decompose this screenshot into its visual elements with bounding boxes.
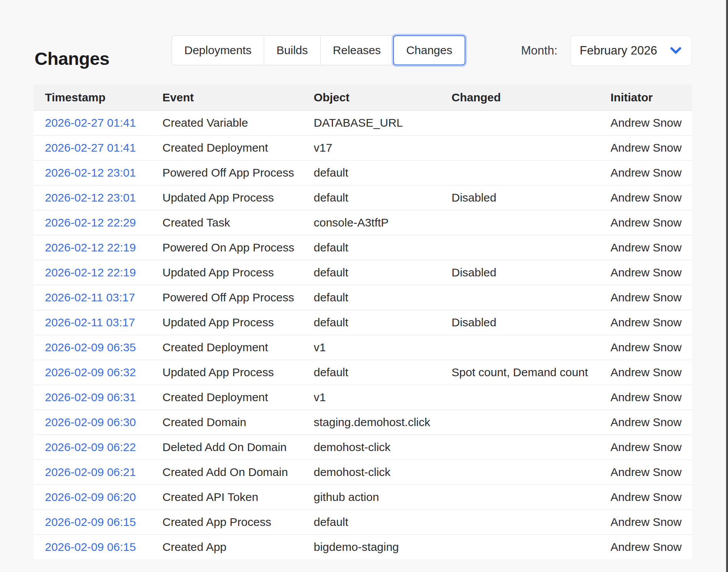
changed-cell [452,485,611,510]
object-cell: default [314,285,452,310]
col-header-initiator: Initiator [611,84,692,111]
changed-cell [452,285,611,310]
table-row: 2026-02-09 06:21 Created Add On Domain d… [33,460,692,485]
timestamp-link[interactable]: 2026-02-12 23:01 [45,191,136,204]
object-cell: console-A3tftP [314,210,452,235]
initiator-cell: Andrew Snow [611,111,692,136]
table-header-row: Timestamp Event Object Changed Initiator [33,84,692,111]
month-dropdown[interactable]: February 2026 [570,35,692,66]
changes-table: Timestamp Event Object Changed Initiator… [33,84,692,559]
initiator-cell: Andrew Snow [611,335,692,360]
timestamp-link[interactable]: 2026-02-12 23:01 [45,166,136,179]
table-row: 2026-02-09 06:15 Created App Process def… [33,510,692,535]
event-cell: Updated App Process [162,360,314,385]
object-cell: default [314,510,452,535]
object-cell: default [314,185,452,210]
initiator-cell: Andrew Snow [611,385,692,410]
table-row: 2026-02-12 22:29 Created Task console-A3… [33,210,692,235]
event-cell: Created API Token [162,485,314,510]
initiator-cell: Andrew Snow [611,160,692,185]
month-label: Month: [521,44,558,58]
table-row: 2026-02-11 03:17 Updated App Process def… [33,310,692,335]
col-header-event: Event [162,84,314,111]
object-cell: v1 [314,385,452,410]
timestamp-link[interactable]: 2026-02-11 03:17 [45,316,135,329]
tab-changes[interactable]: Changes [393,35,465,65]
month-dropdown-value: February 2026 [580,44,657,58]
event-cell: Deleted Add On Domain [162,435,314,460]
event-cell: Created Domain [162,410,314,435]
changed-cell [452,335,611,360]
timestamp-link[interactable]: 2026-02-12 22:19 [45,241,136,254]
timestamp-link[interactable]: 2026-02-09 06:22 [45,441,136,453]
timestamp-link[interactable]: 2026-02-09 06:15 [45,541,136,553]
timestamp-link[interactable]: 2026-02-27 01:41 [45,116,136,129]
initiator-cell: Andrew Snow [611,485,692,510]
object-cell: demohost-click [314,460,452,485]
changed-cell [452,460,611,485]
event-cell: Powered On App Process [162,235,314,260]
initiator-cell: Andrew Snow [611,460,692,485]
initiator-cell: Andrew Snow [611,185,692,210]
timestamp-link[interactable]: 2026-02-09 06:31 [45,391,136,403]
object-cell: v1 [314,335,452,360]
tab-releases[interactable]: Releases [321,35,394,65]
table-row: 2026-02-09 06:31 Created Deployment v1 A… [33,385,692,410]
timestamp-link[interactable]: 2026-02-09 06:35 [45,341,136,354]
timestamp-link[interactable]: 2026-02-12 22:29 [45,216,136,229]
table-row: 2026-02-11 03:17 Powered Off App Process… [33,285,692,310]
event-cell: Updated App Process [162,185,314,210]
changed-cell [452,210,611,235]
initiator-cell: Andrew Snow [611,210,692,235]
table-row: 2026-02-12 23:01 Powered Off App Process… [33,160,692,185]
table-row: 2026-02-09 06:30 Created Domain staging.… [33,410,692,435]
table-row: 2026-02-09 06:32 Updated App Process def… [33,360,692,385]
timestamp-link[interactable]: 2026-02-12 22:19 [45,266,136,279]
table-row: 2026-02-09 06:15 Created App bigdemo-sta… [33,535,692,560]
col-header-timestamp: Timestamp [33,84,162,111]
window-right-edge [726,0,728,572]
initiator-cell: Andrew Snow [611,136,692,160]
initiator-cell: Andrew Snow [611,360,692,385]
changed-cell [452,385,611,410]
table-row: 2026-02-09 06:22 Deleted Add On Domain d… [33,435,692,460]
col-header-changed: Changed [452,84,611,111]
timestamp-link[interactable]: 2026-02-11 03:17 [45,291,135,304]
event-cell: Updated App Process [162,260,314,285]
table-row: 2026-02-27 01:41 Created Deployment v17 … [33,136,692,160]
object-cell: demohost-click [314,435,452,460]
object-cell: staging.demohost.click [314,410,452,435]
page-title: Changes [35,48,109,69]
timestamp-link[interactable]: 2026-02-27 01:41 [45,141,136,154]
initiator-cell: Andrew Snow [611,260,692,285]
event-cell: Updated App Process [162,310,314,335]
object-cell: default [314,310,452,335]
changed-cell: Disabled [452,260,611,285]
col-header-object: Object [314,84,452,111]
timestamp-link[interactable]: 2026-02-09 06:15 [45,516,136,528]
event-cell: Created App [162,535,314,560]
event-cell: Powered Off App Process [162,285,314,310]
changed-cell [452,136,611,160]
changed-cell: Spot count, Demand count [452,360,611,385]
table-row: 2026-02-12 22:19 Powered On App Process … [33,235,692,260]
tab-deployments[interactable]: Deployments [172,35,264,65]
event-cell: Created Add On Domain [162,460,314,485]
timestamp-link[interactable]: 2026-02-09 06:32 [45,366,136,379]
object-cell: default [314,360,452,385]
tab-builds[interactable]: Builds [264,35,321,65]
changed-cell: Disabled [452,185,611,210]
timestamp-link[interactable]: 2026-02-09 06:20 [45,491,136,503]
timestamp-link[interactable]: 2026-02-09 06:30 [45,416,136,428]
changed-cell [452,510,611,535]
object-cell: default [314,235,452,260]
chevron-down-icon [670,47,682,55]
table-row: 2026-02-12 22:19 Updated App Process def… [33,260,692,285]
initiator-cell: Andrew Snow [611,310,692,335]
initiator-cell: Andrew Snow [611,285,692,310]
changed-cell [452,435,611,460]
changed-cell [452,160,611,185]
timestamp-link[interactable]: 2026-02-09 06:21 [45,466,136,478]
event-cell: Created Deployment [162,335,314,360]
initiator-cell: Andrew Snow [611,435,692,460]
